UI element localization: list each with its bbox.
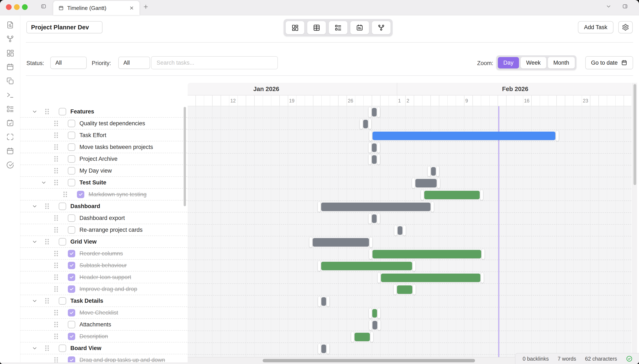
drag-handle-icon[interactable] [45,345,50,352]
view-layout-dashboard-button[interactable] [286,21,304,34]
rail-scan-icon[interactable] [6,133,14,141]
drag-handle-icon[interactable] [54,132,58,138]
view-table-button[interactable] [307,21,326,34]
drag-handle-icon[interactable] [54,356,58,362]
task-row[interactable]: Reorder columns [20,248,187,260]
rail-terminal-icon[interactable] [6,91,14,99]
task-row[interactable]: Header Icon support [20,272,187,283]
gantt-bar[interactable] [322,344,326,353]
task-checkbox[interactable] [68,120,75,127]
task-row[interactable]: Move Checklist [20,307,187,319]
task-checkbox[interactable] [68,155,75,163]
chevron-down-icon[interactable] [32,345,45,351]
priority-select[interactable]: All [118,56,150,69]
gantt-bar[interactable] [363,120,368,128]
task-checkbox[interactable] [68,179,75,186]
drag-handle-icon[interactable] [54,215,58,222]
task-checkbox[interactable] [68,286,75,293]
gantt-bar[interactable] [372,214,376,223]
task-checkbox[interactable] [59,238,66,246]
task-list-scrollbar[interactable] [184,107,186,206]
task-row[interactable]: Description [20,330,187,342]
close-window-button[interactable] [6,4,12,10]
gantt-bar[interactable] [372,108,376,116]
gantt-bar[interactable] [321,262,412,270]
view-list-checks-button[interactable] [329,21,348,34]
rail-git-fork-icon[interactable] [6,35,14,43]
task-checkbox[interactable] [59,344,66,352]
drag-handle-icon[interactable] [54,179,58,186]
drag-handle-icon[interactable] [54,321,58,328]
drag-handle-icon[interactable] [45,238,50,245]
drag-handle-icon[interactable] [54,286,58,292]
drag-handle-icon[interactable] [54,156,58,162]
chevron-down-icon[interactable] [32,239,45,245]
search-input[interactable] [151,56,278,69]
drag-handle-icon[interactable] [45,298,50,304]
gantt-bar[interactable] [322,297,326,306]
task-checkbox[interactable] [68,226,75,234]
chevron-down-icon[interactable] [32,203,45,209]
drag-handle-icon[interactable] [54,226,58,233]
tab-timeline-gantt[interactable]: Timeline (Gantt) [53,1,140,15]
gantt-bar[interactable] [424,191,480,199]
gantt-bar[interactable] [372,250,481,258]
sidebar-left-toggle-icon[interactable] [40,4,46,9]
gantt-bar[interactable] [354,333,370,341]
task-row[interactable]: Improve drag and drop [20,283,187,295]
drag-handle-icon[interactable] [45,203,50,210]
gantt-bar[interactable] [431,167,436,176]
task-checkbox[interactable] [68,262,75,269]
gantt-bar[interactable] [372,144,376,152]
task-checkbox[interactable] [68,321,75,328]
task-row[interactable]: Dashboard [20,200,187,212]
rail-copy-icon[interactable] [6,77,14,85]
task-row[interactable]: Task Details [20,295,187,307]
task-checkbox[interactable] [59,202,66,210]
go-to-date-button[interactable]: Go to date [585,56,633,69]
task-row[interactable]: Test Suite [20,177,187,189]
horizontal-scrollbar[interactable] [263,359,475,362]
gantt-bar[interactable] [372,309,377,318]
status-select[interactable]: All [50,56,87,69]
task-checkbox[interactable] [59,297,66,305]
chevron-down-icon[interactable] [32,298,45,304]
view-git-fork-button[interactable] [372,21,390,34]
minimize-window-button[interactable] [14,4,20,10]
task-row[interactable]: Quality test dependencies [20,118,187,130]
gantt-bar[interactable] [372,132,555,140]
gantt-bar[interactable] [372,155,376,164]
gantt-bar[interactable] [321,202,430,211]
chevron-down-icon[interactable] [32,108,45,114]
drag-handle-icon[interactable] [54,167,58,174]
task-row[interactable]: Board View [20,342,187,354]
gantt-bar[interactable] [398,226,402,235]
task-row[interactable]: Features [20,106,187,118]
gantt-bar[interactable] [372,321,377,329]
rail-file-search-icon[interactable] [6,21,14,29]
zoom-week-button[interactable]: Week [521,57,546,68]
task-checkbox[interactable] [59,108,66,115]
task-checkbox[interactable] [68,167,75,174]
gantt-bar[interactable] [416,179,436,188]
rail-calendar-check-icon[interactable] [6,119,14,127]
chevron-down-icon[interactable] [41,180,54,186]
zoom-month-button[interactable]: Month [548,57,575,68]
drag-handle-icon[interactable] [54,309,58,316]
gantt-bar[interactable] [381,274,480,282]
drag-handle-icon[interactable] [54,274,58,280]
task-checkbox[interactable] [68,333,75,340]
rail-calendar-plain-icon[interactable] [6,147,14,155]
task-row[interactable]: My Day view [20,165,187,177]
task-row[interactable]: Move tasks between projects [20,141,187,153]
task-checkbox[interactable] [68,309,75,316]
vertical-scrollbar[interactable] [634,84,636,185]
add-task-button[interactable]: Add Task [578,21,614,34]
rail-list-checks-icon[interactable] [6,105,14,113]
gantt-bar[interactable] [397,286,412,294]
chevron-down-icon[interactable] [606,4,612,9]
sidebar-right-toggle-icon[interactable] [622,4,628,9]
task-row[interactable]: Attachments [20,319,187,330]
drag-handle-icon[interactable] [54,333,58,340]
task-row[interactable]: Grid View [20,236,187,248]
